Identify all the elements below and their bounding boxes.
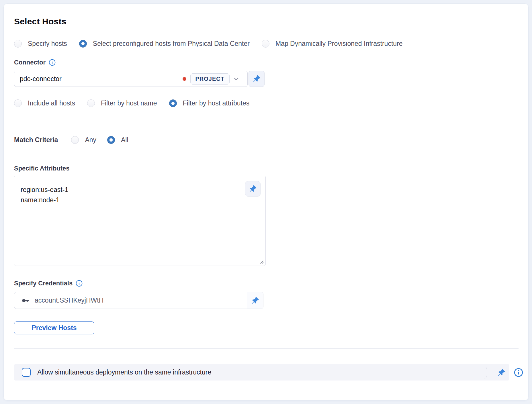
radio-any[interactable]: Any — [71, 136, 96, 144]
connector-pin-button[interactable] — [249, 71, 265, 87]
scope-badge: PROJECT — [190, 73, 230, 85]
radio-label: Include all hosts — [28, 99, 75, 107]
footer-section: Allow simultaneous deployments on the sa… — [14, 364, 523, 381]
radio-include-all-hosts[interactable]: Include all hosts — [14, 99, 75, 107]
required-dot-icon — [183, 77, 186, 81]
preview-hosts-button[interactable]: Preview Hosts — [14, 321, 94, 334]
simultaneous-deployments-row: Allow simultaneous deployments on the sa… — [14, 364, 509, 381]
specific-attributes-section: Specific Attributes — [14, 165, 518, 266]
connector-value: pdc-connector — [20, 75, 183, 83]
credentials-label: Specify Credentials — [14, 280, 73, 287]
info-icon[interactable] — [49, 59, 56, 66]
host-source-radio-group: Specify hosts Select preconfigured hosts… — [14, 39, 518, 48]
radio-icon-selected[interactable] — [169, 99, 177, 107]
radio-dynamic-infrastructure[interactable]: Map Dynamically Provisioned Infrastructu… — [262, 39, 403, 48]
radio-label: Select preconfigured hosts from Physical… — [93, 39, 250, 48]
radio-filter-host-attributes[interactable]: Filter by host attributes — [169, 99, 250, 107]
simultaneous-deployments-checkbox[interactable] — [22, 368, 31, 377]
simultaneous-deployments-label: Allow simultaneous deployments on the sa… — [37, 368, 482, 376]
match-criteria-radio-group: Any All — [71, 136, 128, 144]
credentials-value: account.SSHKeyjHWtH — [35, 297, 103, 304]
specific-attributes-textarea[interactable] — [14, 176, 265, 266]
radio-label: Map Dynamically Provisioned Infrastructu… — [275, 39, 403, 48]
row-end-divider — [482, 366, 487, 379]
resize-handle[interactable] — [259, 259, 264, 264]
radio-specify-hosts[interactable]: Specify hosts — [14, 39, 67, 48]
key-icon — [21, 296, 30, 305]
connector-select[interactable]: pdc-connector PROJECT — [14, 71, 248, 87]
radio-icon-selected[interactable] — [79, 40, 87, 48]
pin-icon — [249, 185, 257, 193]
radio-filter-host-name[interactable]: Filter by host name — [87, 99, 157, 107]
radio-label: Filter by host attributes — [183, 99, 250, 107]
footer-pin-button[interactable] — [493, 364, 509, 381]
credentials-section: Specify Credentials account.SSHKeyjHWtH — [14, 280, 518, 309]
host-filter-radio-group: Include all hosts Filter by host name Fi… — [14, 99, 518, 107]
radio-icon[interactable] — [87, 99, 95, 107]
connector-section: Connector pdc-connector PROJECT — [14, 59, 518, 87]
radio-all[interactable]: All — [107, 136, 128, 144]
radio-label: Specify hosts — [28, 39, 67, 48]
match-criteria-section: Match Criteria Any All — [14, 136, 518, 144]
radio-icon[interactable] — [14, 40, 22, 48]
credentials-picker[interactable]: account.SSHKeyjHWtH — [14, 292, 247, 309]
attributes-pin-button[interactable] — [245, 181, 261, 197]
credentials-select: account.SSHKeyjHWtH — [14, 292, 263, 309]
pin-icon — [251, 297, 259, 305]
info-icon[interactable] — [514, 368, 523, 377]
radio-icon-selected[interactable] — [107, 136, 115, 144]
pin-icon — [497, 368, 505, 376]
credentials-pin-button[interactable] — [247, 292, 263, 309]
radio-icon[interactable] — [71, 136, 79, 144]
page-title: Select Hosts — [14, 16, 518, 27]
section-divider — [14, 348, 519, 349]
info-icon[interactable] — [76, 280, 83, 287]
specific-attributes-label: Specific Attributes — [14, 165, 70, 172]
radio-label: Any — [85, 136, 96, 144]
radio-label: All — [121, 136, 128, 144]
radio-preconfigured-hosts[interactable]: Select preconfigured hosts from Physical… — [79, 39, 250, 48]
match-criteria-label: Match Criteria — [14, 136, 58, 144]
radio-icon[interactable] — [14, 99, 22, 107]
connector-label: Connector — [14, 59, 46, 66]
select-hosts-panel: Select Hosts Specify hosts Select precon… — [3, 3, 529, 401]
radio-label: Filter by host name — [101, 99, 157, 107]
pin-icon — [253, 75, 261, 83]
chevron-down-icon[interactable] — [230, 75, 243, 83]
radio-icon[interactable] — [262, 40, 269, 48]
